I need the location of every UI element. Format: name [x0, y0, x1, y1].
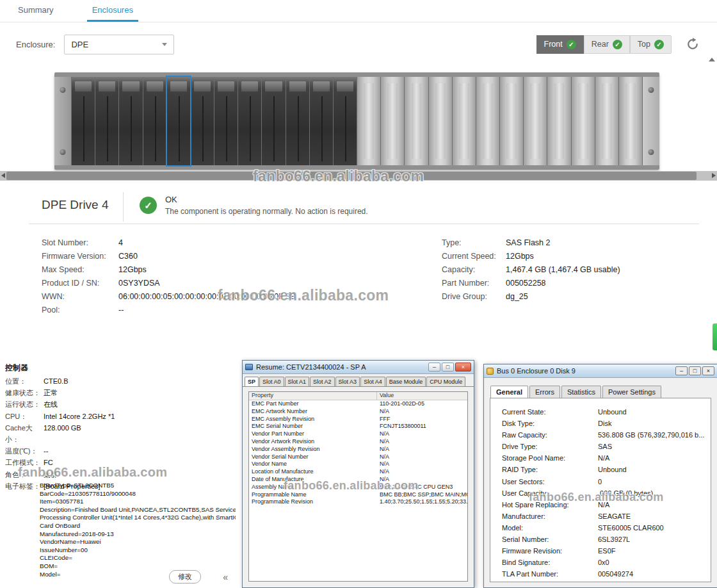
- chevron-down-icon: [162, 43, 167, 46]
- resume-tab[interactable]: Slot A4: [360, 377, 385, 386]
- drive-slot[interactable]: [476, 77, 499, 165]
- resume-tab[interactable]: Slot A2: [310, 377, 335, 386]
- property-row: Part Number: 005052258: [442, 276, 620, 290]
- table-row[interactable]: EMC Assembly Revision FFF: [249, 416, 467, 423]
- table-row[interactable]: Location of Manufacture N/A: [249, 468, 467, 476]
- table-row[interactable]: Vendor Serial Number N/A: [249, 453, 467, 461]
- disk-property-row: Model: STE60005 CLAR600: [490, 522, 711, 534]
- disk-tab[interactable]: Power Settings: [602, 386, 661, 398]
- drive-slot[interactable]: [119, 77, 142, 165]
- nav-tab[interactable]: Summary: [13, 0, 59, 22]
- enclosure-select[interactable]: DPE: [64, 35, 174, 54]
- table-row[interactable]: Assembly Name BSP 2.4GHZ 4C CPU GEN3: [249, 484, 467, 491]
- drive-slot[interactable]: [405, 77, 428, 165]
- properties-left-column: Slot Number: 4 Firmware Version: C360 Ma…: [42, 236, 296, 316]
- disk-tab[interactable]: General: [490, 386, 528, 398]
- drive-slot[interactable]: [357, 77, 380, 165]
- drive-slot[interactable]: [572, 77, 595, 165]
- scroll-right-arrow[interactable]: [712, 173, 716, 178]
- scroll-up-arrow[interactable]: [709, 58, 715, 61]
- nav-tab[interactable]: Enclosures: [87, 0, 138, 22]
- property-row: WWN: 06:00:00:00:05:00:00:00:00:01:00:00…: [42, 290, 296, 303]
- drive-slot[interactable]: [524, 77, 547, 165]
- drive-slot[interactable]: [262, 77, 285, 165]
- maximize-button[interactable]: □: [442, 363, 454, 372]
- table-row[interactable]: Date of Manufacture N/A: [249, 476, 467, 484]
- disk-property-label: Storage Pool Name:: [502, 452, 598, 464]
- disk-property-label: Manufacturer:: [502, 510, 598, 522]
- disk-tab[interactable]: Statistics: [561, 386, 601, 398]
- drive-slot[interactable]: [95, 77, 118, 165]
- drive-slot[interactable]: [72, 77, 95, 165]
- drive-slot[interactable]: [334, 77, 357, 165]
- resume-tab[interactable]: Base Module: [386, 377, 426, 386]
- controller-property-row: CPU： Intel 14core 2.2GHz *1: [5, 411, 236, 422]
- view-button[interactable]: Rear: [584, 35, 630, 54]
- property-label: Capacity:: [442, 265, 506, 274]
- view-button[interactable]: Front: [536, 35, 584, 54]
- drive-slot[interactable]: [500, 77, 523, 165]
- minimize-button[interactable]: –: [428, 363, 440, 372]
- drive-slot[interactable]: [595, 77, 618, 165]
- table-cell-property: Vendor Serial Number: [249, 453, 377, 461]
- table-row[interactable]: Vendor Name N/A: [249, 461, 467, 468]
- horizontal-scrollbar[interactable]: [0, 171, 717, 181]
- drive-slot[interactable]: [619, 77, 642, 165]
- property-value: C360: [118, 252, 138, 261]
- drive-detail-header: DPE Drive 4 OK The component is operatin…: [0, 190, 717, 224]
- drive-slot[interactable]: [381, 77, 404, 165]
- scrollbar-thumb[interactable]: [6, 172, 697, 180]
- screw-icon: [60, 149, 66, 155]
- board-property-line: Model=: [40, 571, 236, 579]
- disk-property-row: Manufacturer: SEAGATE: [490, 510, 711, 522]
- close-button[interactable]: ×: [702, 366, 714, 375]
- table-cell-value: N/A: [377, 408, 467, 416]
- table-cell-property: Vendor Name: [249, 461, 377, 468]
- drive-slot[interactable]: [214, 77, 238, 165]
- disk-property-value: .000 GB (0 bytes): [598, 487, 653, 499]
- disk-window-titlebar[interactable]: Bus 0 Enclosure 0 Disk 9 – □ ×: [484, 364, 717, 378]
- disk-property-value: ES0F: [598, 545, 616, 557]
- resume-tab[interactable]: SP: [245, 377, 259, 386]
- drive-slot[interactable]: [286, 77, 309, 165]
- drive-slot[interactable]: [429, 77, 452, 165]
- resume-tab[interactable]: Slot A0: [259, 377, 284, 386]
- disk-tab[interactable]: Errors: [529, 386, 560, 398]
- disk-property-label: User Sectors:: [502, 476, 598, 487]
- minimize-button[interactable]: –: [675, 366, 688, 375]
- refresh-icon[interactable]: [684, 36, 701, 53]
- drive-slot[interactable]: [191, 77, 214, 165]
- table-row[interactable]: Programmable Revision 1.40;3.70;25.50;1.…: [249, 498, 467, 506]
- collapse-icon[interactable]: «: [223, 572, 228, 582]
- table-row[interactable]: Vendor Part Number N/A: [249, 430, 467, 438]
- table-row[interactable]: EMC Artwork Number N/A: [249, 408, 467, 416]
- maximize-button[interactable]: □: [689, 366, 701, 375]
- controller-property-label: 电子标签：: [5, 480, 44, 492]
- scroll-left-arrow[interactable]: [1, 173, 5, 178]
- divider: [29, 224, 699, 224]
- resume-tab[interactable]: Slot A3: [335, 377, 360, 386]
- controller-property-row: 运行状态： 在线: [5, 398, 236, 410]
- resume-window-titlebar[interactable]: Resume: CETV2134400024 - SP A – □ ×: [243, 361, 474, 374]
- view-button[interactable]: Top: [630, 35, 672, 54]
- property-label: WWN:: [42, 292, 118, 301]
- board-property-line: VendorName=Huawei: [40, 538, 236, 546]
- drive-slot[interactable]: [238, 77, 261, 165]
- table-row[interactable]: EMC Serial Number FCNJT153800011: [249, 423, 467, 430]
- resume-tab[interactable]: Slot A1: [285, 377, 310, 386]
- close-button[interactable]: ×: [455, 363, 471, 372]
- table-row[interactable]: Programmable Name BMC BB;BMC SSP;BMC MAI…: [249, 491, 467, 499]
- drive-slot[interactable]: [453, 77, 476, 165]
- drive-slot[interactable]: [143, 77, 166, 165]
- table-row[interactable]: Vendor Assembly Revision N/A: [249, 446, 467, 453]
- drive-slot[interactable]: [310, 77, 333, 165]
- disk-property-label: RAID Type:: [502, 464, 598, 475]
- table-row[interactable]: Vendor Artwork Revision N/A: [249, 438, 467, 446]
- drive-slot[interactable]: [547, 77, 570, 165]
- disk-property-row: Disk Type: Disk: [490, 418, 711, 429]
- table-row[interactable]: EMC Part Number 110-201-002D-05: [249, 400, 467, 408]
- drive-slot[interactable]: [167, 77, 190, 165]
- controller-property-value: FC: [44, 457, 53, 468]
- modify-button[interactable]: 修改: [169, 570, 201, 584]
- resume-tab[interactable]: CPU Module: [426, 377, 465, 386]
